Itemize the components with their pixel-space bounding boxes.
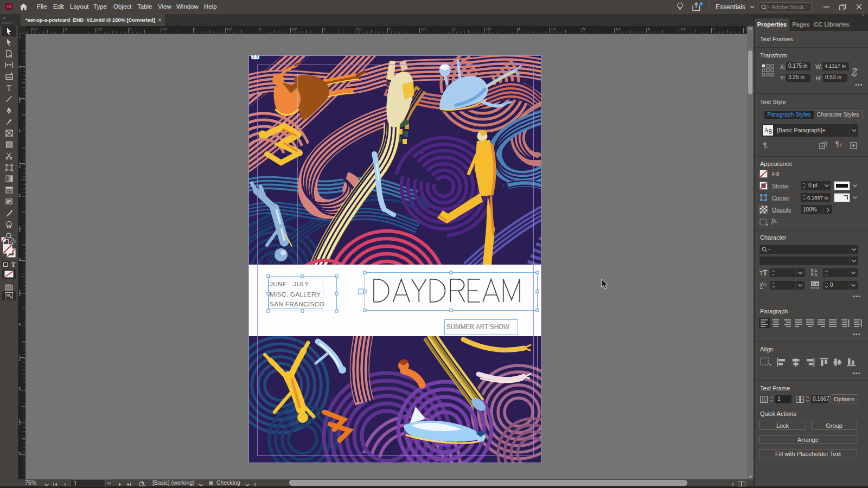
svg-text:JUNE - JULY: JUNE - JULY (270, 280, 309, 288)
svg-text:V: V (812, 281, 815, 286)
svg-text:T: T (11, 261, 15, 268)
svg-text:MISC. GALLERY: MISC. GALLERY (270, 291, 321, 298)
svg-text:A: A (814, 272, 818, 277)
svg-text:SAN FRANCISCO: SAN FRANCISCO (270, 300, 324, 308)
svg-text:A: A (763, 282, 767, 287)
svg-text:T: T (7, 84, 11, 92)
svg-text:A: A (815, 281, 819, 286)
svg-text:Id: Id (7, 4, 11, 9)
svg-text:SUMMER ART SHOW: SUMMER ART SHOW (446, 323, 509, 331)
svg-text:T: T (763, 269, 768, 276)
